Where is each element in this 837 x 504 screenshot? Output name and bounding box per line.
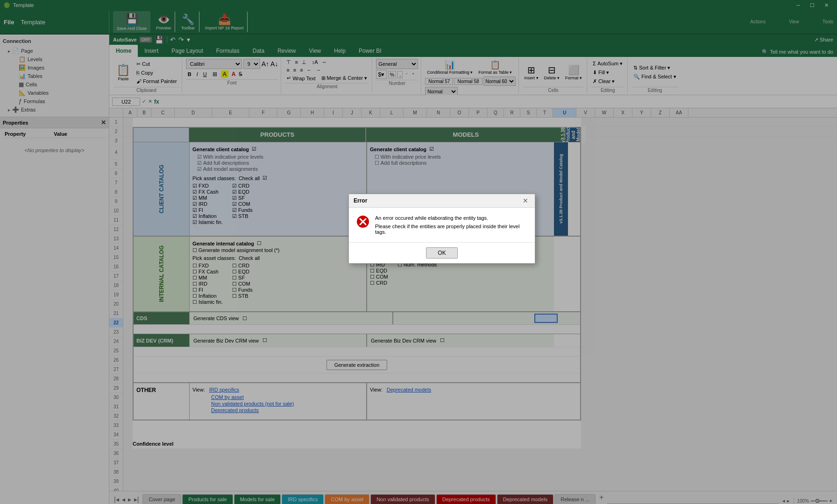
dialog-title: Error bbox=[354, 197, 367, 204]
error-dialog: Error ✕ An error occured while elaborati… bbox=[348, 194, 535, 264]
dialog-ok-button[interactable]: OK bbox=[426, 247, 457, 259]
dialog-close-button[interactable]: ✕ bbox=[521, 197, 530, 204]
dialog-footer: OK bbox=[349, 242, 535, 263]
dialog-body: An error occured while elaborating the e… bbox=[349, 208, 535, 242]
error-dialog-overlay: Error ✕ An error occured while elaborati… bbox=[0, 0, 837, 504]
dialog-message-line1: An error occured while elaborating the e… bbox=[375, 215, 527, 221]
dialog-message-line2: Please check if the entities are properl… bbox=[375, 224, 527, 235]
dialog-message: An error occured while elaborating the e… bbox=[375, 215, 527, 235]
dialog-titlebar: Error ✕ bbox=[349, 194, 535, 208]
dialog-error-icon bbox=[356, 215, 369, 231]
